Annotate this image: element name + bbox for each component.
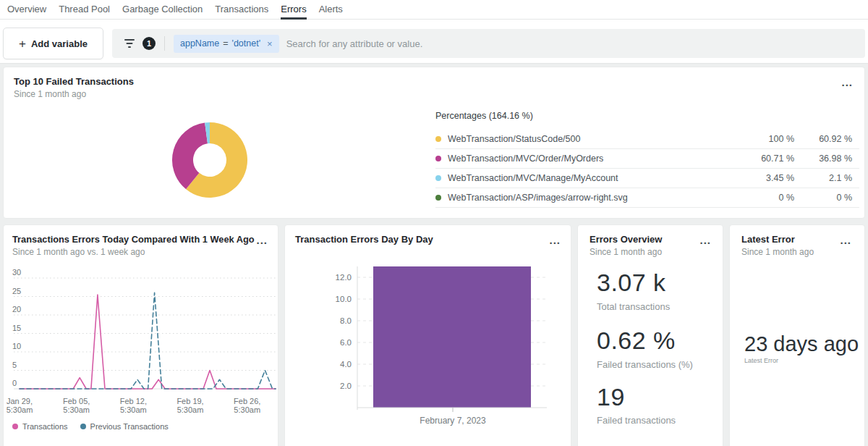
filter-icon <box>124 39 135 48</box>
y-axis-tick-label: 20 <box>12 305 21 314</box>
panel-transactions-errors-compare: 302520151050Jan 29,5:30amFeb 05,5:30amFe… <box>3 224 278 446</box>
x-axis-tick-label: Feb 19, <box>176 397 203 405</box>
panel-title: Transaction Errors Day By Day <box>295 234 433 245</box>
panel-top10-failed-transactions: Top 10 Failed Transactions Since 1 month… <box>3 67 865 219</box>
legend-pct-of-top: 100 % <box>736 134 794 144</box>
x-axis-tick-label: Jan 29, <box>7 397 33 405</box>
chip-remove-icon[interactable]: × <box>267 38 273 49</box>
tab-errors[interactable]: Errors <box>281 0 306 19</box>
y-axis-tick-label: 4.0 <box>340 360 352 369</box>
donut-legend-table: Percentages (164.16 %) WebTransaction/St… <box>435 111 859 208</box>
y-axis-tick-label: 0 <box>12 379 17 387</box>
x-axis-tick-label: 5:30am <box>120 405 147 414</box>
panel-menu-icon[interactable]: ... <box>840 237 851 244</box>
line-chart-legend: TransactionsPrevious Transactions <box>12 422 169 431</box>
filter-divider <box>164 36 165 51</box>
x-axis-tick-label: Feb 12, <box>120 397 147 405</box>
tab-transactions[interactable]: Transactions <box>215 0 268 19</box>
y-axis-tick-label: 5 <box>12 361 17 369</box>
legend-row[interactable]: WebTransaction/MVC/Manage/MyAccount3.45 … <box>435 169 859 188</box>
filter-chip[interactable]: appName = 'dotnet' × <box>174 35 279 53</box>
legend-item-previous-transactions[interactable]: Previous Transactions <box>80 422 169 431</box>
line-series-previous-transactions <box>20 293 276 389</box>
legend-transaction-name: WebTransaction/ASP/images/arrow-right.sv… <box>448 193 736 203</box>
stat-total-transactions-label: Total transactions <box>597 301 670 312</box>
panel-menu-icon[interactable]: ... <box>256 237 268 244</box>
top-nav: OverviewThread PoolGarbage CollectionTra… <box>0 0 868 20</box>
legend-row[interactable]: WebTransaction/ASP/images/arrow-right.sv… <box>435 188 859 208</box>
legend-transaction-name: WebTransaction/MVC/Order/MyOrders <box>448 153 736 164</box>
panel-subtitle: Since 1 month ago <box>590 247 662 257</box>
x-axis-tick-label: 5:30am <box>234 405 260 414</box>
bar-february-7-2023[interactable] <box>373 266 531 408</box>
y-axis-tick-label: 25 <box>12 287 21 295</box>
legend-label: Previous Transactions <box>90 422 169 431</box>
legend-pct-of-top: 60.71 % <box>736 153 794 164</box>
legend-transaction-name: WebTransaction/MVC/Manage/MyAccount <box>448 173 736 183</box>
toolbar: + Add variable 1 appName = 'dotnet' × <box>0 20 868 64</box>
legend-dot <box>435 156 441 161</box>
filter-bar[interactable]: 1 appName = 'dotnet' × <box>112 29 865 58</box>
plus-icon: + <box>19 38 26 50</box>
tab-overview[interactable]: Overview <box>7 0 46 19</box>
legend-label: Transactions <box>22 422 68 431</box>
stat-failed-pct-label: Failed transactions (%) <box>597 359 693 370</box>
legend-pct: 0 % <box>794 193 852 203</box>
x-axis-tick-label: 5:30am <box>177 405 204 414</box>
legend-pct-of-top: 0 % <box>736 193 794 203</box>
tab-alerts[interactable]: Alerts <box>319 0 343 19</box>
y-axis-tick-label: 8.0 <box>340 316 352 325</box>
legend-pct: 2.1 % <box>794 173 852 183</box>
stat-total-transactions-value: 3.07 k <box>597 270 666 295</box>
stat-failed-pct-value: 0.62 % <box>597 328 676 353</box>
panel-transaction-errors-day-by-day: 2.04.06.08.010.012.0February 7, 2023 Tra… <box>284 224 571 446</box>
y-axis-tick-label: 6.0 <box>340 338 352 347</box>
y-axis-tick-label: 30 <box>12 268 21 277</box>
filter-count-badge: 1 <box>142 37 156 50</box>
x-axis-tick-label: 5:30am <box>63 405 90 414</box>
legend-header: Percentages (164.16 %) <box>435 111 859 121</box>
chip-operator: = <box>223 38 228 49</box>
legend-pct: 36.98 % <box>794 153 852 164</box>
y-axis-tick-label: 10 <box>12 342 21 350</box>
y-axis-tick-label: 10.0 <box>336 295 352 303</box>
panel-title: Transactions Errors Today Compared With … <box>12 234 255 245</box>
panel-subtitle: Since 1 month ago vs. 1 week ago <box>12 247 145 257</box>
add-variable-button[interactable]: + Add variable <box>3 28 103 59</box>
legend-dot <box>12 424 18 429</box>
panel-menu-icon[interactable]: ... <box>549 237 561 244</box>
legend-row[interactable]: WebTransaction/StatusCode/500100 %60.92 … <box>435 130 859 149</box>
chip-attribute: appName <box>180 38 219 49</box>
latest-error-label: Latest Error <box>744 357 778 364</box>
stat-failed-count-label: Failed transactions <box>597 415 676 426</box>
stat-failed-count-value: 19 <box>597 384 625 409</box>
tab-garbage-collection[interactable]: Garbage Collection <box>122 0 203 19</box>
y-axis-tick-label: 15 <box>12 324 21 332</box>
attribute-search-input[interactable] <box>286 38 856 49</box>
y-axis-tick-label: 2.0 <box>340 382 352 390</box>
legend-dot <box>80 424 86 429</box>
x-axis-category-label: February 7, 2023 <box>420 416 486 426</box>
x-axis-tick-label: Feb 26, <box>234 397 260 405</box>
y-axis-tick-label: 12.0 <box>336 273 352 282</box>
panel-menu-icon[interactable]: ... <box>841 79 853 86</box>
panel-title: Top 10 Failed Transactions <box>14 76 134 87</box>
donut-chart <box>170 120 250 200</box>
legend-pct: 60.92 % <box>794 134 852 144</box>
panel-title: Errors Overview <box>590 234 662 245</box>
bar-chart: 2.04.06.08.010.012.0February 7, 2023 <box>285 225 571 446</box>
latest-error-value: 23 days ago <box>744 332 859 356</box>
x-axis-tick-label: 5:30am <box>7 405 33 414</box>
legend-dot <box>435 175 441 181</box>
panel-latest-error: Latest Error Since 1 month ago ... 23 da… <box>729 224 865 446</box>
panel-menu-icon[interactable]: ... <box>699 237 711 244</box>
legend-item-transactions[interactable]: Transactions <box>12 422 68 431</box>
panel-subtitle: Since 1 month ago <box>14 89 86 99</box>
panel-errors-overview: Errors Overview Since 1 month ago ... 3.… <box>577 224 723 446</box>
legend-pct-of-top: 3.45 % <box>736 173 794 183</box>
app-root: OverviewThread PoolGarbage CollectionTra… <box>0 0 868 446</box>
tab-thread-pool[interactable]: Thread Pool <box>59 0 110 19</box>
legend-row[interactable]: WebTransaction/MVC/Order/MyOrders60.71 %… <box>435 149 859 169</box>
add-variable-label: Add variable <box>31 38 88 49</box>
chip-value: 'dotnet' <box>232 38 261 49</box>
